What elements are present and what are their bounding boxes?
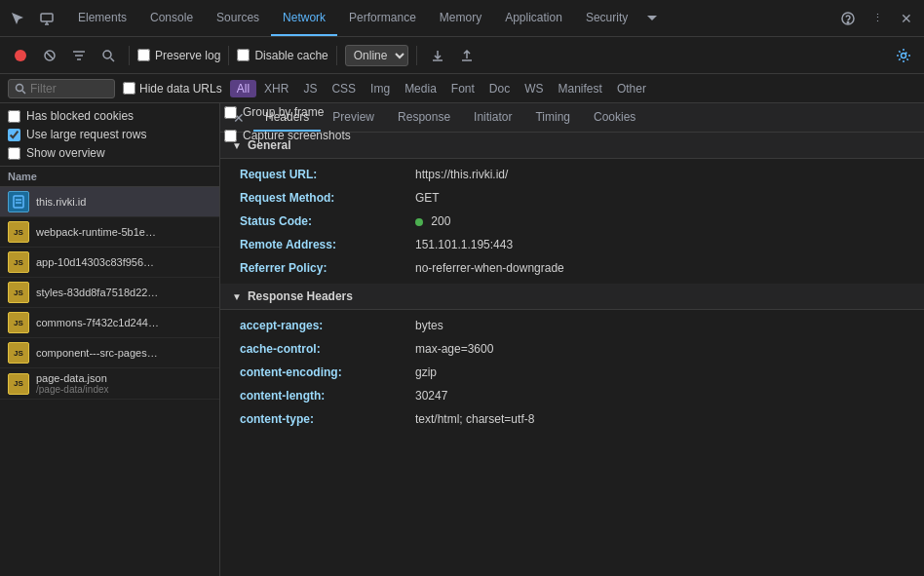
filter-other-button[interactable]: Other — [610, 80, 653, 97]
hide-data-urls-label[interactable]: Hide data URLs — [123, 82, 222, 96]
file-item-3[interactable]: JS styles-83dd8fa7518d22… — [0, 278, 219, 308]
has-blocked-cookies-checkbox[interactable] — [8, 110, 20, 123]
throttle-select[interactable]: Online — [345, 45, 408, 66]
file-icon-js-4: JS — [8, 312, 29, 333]
request-method-row: Request Method: GET — [220, 186, 924, 210]
hide-data-urls-checkbox[interactable] — [123, 82, 135, 95]
right-panel: ✕ Headers Preview Response Initiator Tim… — [220, 103, 924, 576]
left-options-section: Has blocked cookies Use large request ro… — [0, 103, 219, 167]
preserve-log-checkbox[interactable] — [137, 49, 150, 61]
close-devtools-icon[interactable]: ✕ — [893, 5, 920, 32]
file-item-1[interactable]: JS webpack-runtime-5b1e… — [0, 217, 219, 248]
tab-performance[interactable]: Performance — [337, 0, 428, 36]
file-name-3: styles-83dd8fa7518d22… — [36, 287, 158, 298]
content-length-val: 30247 — [415, 387, 447, 404]
file-item-2[interactable]: JS app-10d14303c83f956… — [0, 248, 219, 278]
file-item-0[interactable]: this.rivki.id — [0, 187, 219, 217]
search-button[interactable] — [96, 43, 121, 68]
record-button[interactable] — [8, 43, 33, 68]
name-column-header: Name — [0, 167, 219, 187]
group-by-frame-label[interactable]: Group by frame — [224, 105, 351, 119]
cache-control-key: cache-control: — [240, 340, 415, 358]
use-large-rows-checkbox[interactable] — [8, 129, 20, 141]
content-type-row: content-type: text/html; charset=utf-8 — [220, 407, 924, 431]
filter-doc-button[interactable]: Doc — [482, 80, 517, 97]
tab-console[interactable]: Console — [138, 0, 205, 36]
filter-input-wrap[interactable] — [8, 79, 115, 98]
status-dot-icon — [415, 218, 423, 226]
svg-line-9 — [111, 58, 115, 61]
toolbar-separator-3 — [336, 46, 337, 65]
accept-ranges-key: accept-ranges: — [240, 317, 415, 334]
tab-application[interactable]: Application — [493, 0, 574, 36]
filter-manifest-button[interactable]: Manifest — [552, 80, 609, 97]
capture-screenshots-checkbox[interactable] — [224, 130, 237, 142]
export-har-button[interactable] — [454, 43, 480, 68]
headers-content: ▼ General Request URL: https://this.rivk… — [220, 133, 924, 576]
more-options-icon[interactable]: ⋮ — [864, 5, 891, 32]
file-name-6: page-data.json — [36, 372, 109, 384]
filter-img-button[interactable]: Img — [364, 80, 397, 97]
file-icon-js-5: JS — [8, 342, 29, 364]
tab-list: Elements Console Sources Network Perform… — [66, 0, 834, 36]
pointer-icon[interactable] — [4, 5, 31, 32]
content-length-key: content-length: — [240, 387, 415, 404]
right-checkboxes: Group by frame Capture screenshots — [224, 105, 351, 147]
preserve-log-label[interactable]: Preserve log — [137, 49, 220, 62]
file-name-1: webpack-runtime-5b1e… — [36, 226, 156, 238]
sub-tab-response[interactable]: Response — [386, 103, 462, 132]
tab-more[interactable] — [639, 0, 665, 36]
feedback-icon[interactable] — [834, 5, 862, 32]
file-icon-js-1: JS — [8, 221, 29, 243]
response-headers-section-title: Response Headers — [248, 289, 353, 303]
filter-input[interactable] — [30, 82, 108, 96]
capture-screenshots-label[interactable]: Capture screenshots — [224, 129, 351, 142]
cache-control-row: cache-control: max-age=3600 — [220, 337, 924, 361]
file-item-6[interactable]: JS page-data.json /page-data/index — [0, 368, 219, 400]
group-by-frame-checkbox[interactable] — [224, 106, 237, 119]
filter-ws-button[interactable]: WS — [518, 80, 550, 97]
filter-all-button[interactable]: All — [230, 80, 256, 97]
response-headers-section-header[interactable]: ▼ Response Headers — [220, 284, 924, 310]
settings-button[interactable] — [891, 43, 916, 68]
tab-security[interactable]: Security — [574, 0, 639, 36]
sub-tab-timing[interactable]: Timing — [523, 103, 582, 132]
filter-media-button[interactable]: Media — [398, 80, 443, 97]
show-overview-label[interactable]: Show overview — [8, 146, 212, 160]
request-url-row: Request URL: https://this.rivki.id/ — [220, 163, 924, 186]
filter-xhr-button[interactable]: XHR — [257, 80, 295, 97]
svg-point-4 — [847, 21, 849, 23]
file-item-5[interactable]: JS component---src-pages… — [0, 338, 219, 368]
sub-tab-cookies[interactable]: Cookies — [582, 103, 647, 132]
file-icon-js-3: JS — [8, 282, 29, 303]
tab-sources[interactable]: Sources — [205, 0, 271, 36]
screen-icon[interactable] — [33, 5, 60, 32]
filter-toggle-button[interactable] — [66, 43, 92, 68]
disable-cache-label[interactable]: Disable cache — [237, 49, 327, 62]
file-item-4[interactable]: JS commons-7f432c1d244… — [0, 308, 219, 338]
filter-font-button[interactable]: Font — [444, 80, 481, 97]
clear-button[interactable] — [37, 43, 62, 68]
tab-network[interactable]: Network — [271, 0, 337, 36]
svg-point-10 — [902, 53, 906, 58]
import-har-button[interactable] — [425, 43, 450, 68]
content-type-key: content-type: — [240, 410, 415, 428]
file-name-5: component---src-pages… — [36, 347, 158, 359]
tab-memory[interactable]: Memory — [428, 0, 493, 36]
show-overview-checkbox[interactable] — [8, 147, 20, 160]
referrer-policy-row: Referrer Policy: no-referrer-when-downgr… — [220, 256, 924, 280]
disable-cache-checkbox[interactable] — [237, 49, 250, 61]
tab-end-buttons: ⋮ ✕ — [834, 5, 920, 32]
remote-address-key: Remote Address: — [240, 236, 415, 253]
sub-tab-initiator[interactable]: Initiator — [462, 103, 523, 132]
filter-css-button[interactable]: CSS — [325, 80, 363, 97]
tab-elements[interactable]: Elements — [66, 0, 138, 36]
use-large-rows-label[interactable]: Use large request rows — [8, 128, 212, 141]
top-tab-bar: Elements Console Sources Network Perform… — [0, 0, 924, 37]
has-blocked-cookies-label[interactable]: Has blocked cookies — [8, 109, 212, 123]
content-length-row: content-length: 30247 — [220, 384, 924, 407]
filter-type-buttons: All XHR JS CSS Img Media Font Doc WS Man… — [230, 80, 653, 97]
content-encoding-key: content-encoding: — [240, 364, 415, 381]
svg-rect-13 — [14, 196, 23, 208]
filter-js-button[interactable]: JS — [296, 80, 324, 97]
